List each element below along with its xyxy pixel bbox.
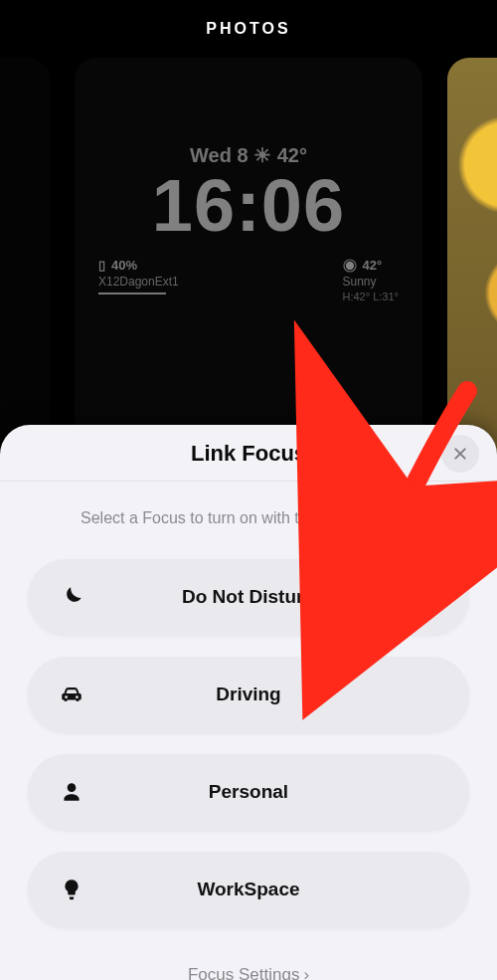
focus-label: WorkSpace xyxy=(28,879,469,900)
focus-settings-link[interactable]: Focus Settings › xyxy=(188,965,309,980)
lockscreen-selection-stage: PHOTOS Wed 8 ☀︎ 42° 16:06 ▯40% X12DagonE… xyxy=(0,0,497,980)
battery-icon: ▯ xyxy=(98,258,105,273)
lockscreen-dateline: Wed 8 ☀︎ 42° xyxy=(90,143,407,167)
focus-label: Do Not Disturb xyxy=(28,586,469,608)
close-icon xyxy=(452,446,468,462)
battery-widget: ▯40% X12DagonExt1 xyxy=(98,258,179,302)
sheet-title: Link Focus xyxy=(0,441,497,467)
focus-settings-label: Focus Settings xyxy=(188,965,299,980)
lockscreen-time: 16:06 xyxy=(90,163,407,248)
focus-list: Do Not Disturb Driving Personal xyxy=(28,559,469,927)
close-button[interactable] xyxy=(441,435,479,473)
focus-label: Driving xyxy=(28,684,469,705)
focus-label: Personal xyxy=(28,781,469,803)
focus-option-driving[interactable]: Driving xyxy=(28,657,469,732)
person-icon xyxy=(58,778,85,806)
wallpaper-card-prev[interactable] xyxy=(0,58,50,486)
focus-option-workspace[interactable]: WorkSpace xyxy=(28,852,469,927)
wallpaper-card-next[interactable] xyxy=(447,58,497,486)
focus-option-personal[interactable]: Personal xyxy=(28,754,469,830)
sun-icon xyxy=(345,261,353,269)
sheet-subtitle: Select a Focus to turn on with this Lock… xyxy=(75,482,422,553)
bulb-icon xyxy=(58,876,85,903)
carousel-category-label: PHOTOS xyxy=(0,20,497,38)
chevron-right-icon: › xyxy=(303,965,309,980)
car-icon xyxy=(58,681,85,708)
focus-option-do-not-disturb[interactable]: Do Not Disturb xyxy=(28,559,469,635)
moon-icon xyxy=(58,583,85,611)
weather-widget: 42° Sunny H:42° L:31° xyxy=(343,258,400,302)
link-focus-sheet: Link Focus Select a Focus to turn on wit… xyxy=(0,425,497,980)
